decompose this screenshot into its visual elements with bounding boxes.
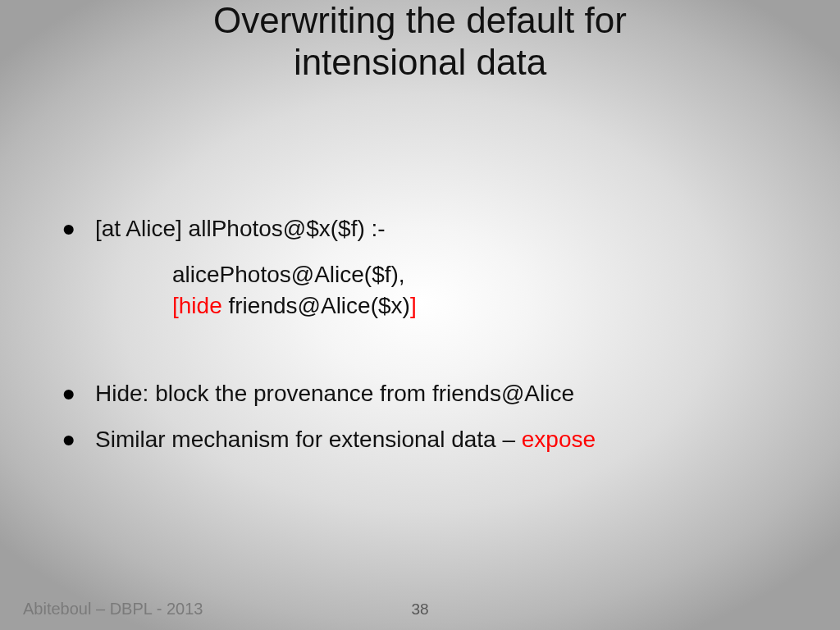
rule-body-2: [hide friends@Alice($x)]: [172, 290, 791, 322]
rule-body-1: alicePhotos@Alice($f),: [172, 259, 791, 290]
title-line-2: intensional data: [294, 42, 546, 82]
expose-keyword: expose: [522, 427, 596, 452]
slide-body: [at Alice] allPhotos@$x($f) :- alicePhot…: [57, 213, 791, 470]
footer-page-number: 38: [0, 600, 840, 619]
hide-keyword-open: [hide: [172, 293, 222, 318]
hide-argument: friends@Alice($x): [222, 293, 410, 318]
slide: Overwriting the default for intensional …: [0, 0, 840, 630]
bullet-rule: [at Alice] allPhotos@$x($f) :-: [57, 213, 791, 244]
rule-head: [at Alice] allPhotos@$x($f) :-: [95, 216, 386, 241]
expose-text-a: Similar mechanism for extensional data –: [95, 427, 522, 452]
hide-explain-text: Hide: block the provenance from friends@…: [95, 381, 574, 406]
bullet-hide-explain: Hide: block the provenance from friends@…: [57, 378, 791, 409]
spacer: [57, 321, 791, 378]
hide-keyword-close: ]: [410, 293, 417, 318]
bullet-expose: Similar mechanism for extensional data –…: [57, 424, 791, 455]
slide-title: Overwriting the default for intensional …: [0, 0, 840, 83]
title-line-1: Overwriting the default for: [213, 0, 627, 40]
